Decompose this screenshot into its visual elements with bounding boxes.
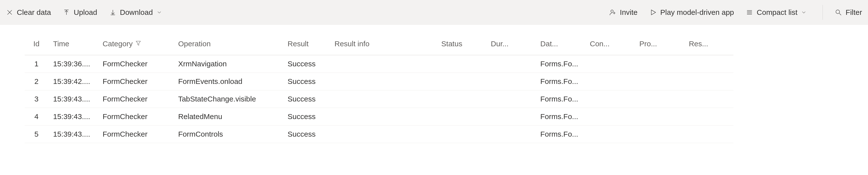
invite-label: Invite [620, 8, 638, 17]
cell [330, 125, 436, 143]
cell [634, 90, 684, 108]
list-icon [746, 9, 753, 16]
table-row[interactable]: 415:39:43....FormCheckerRelatedMenuSucce… [25, 108, 734, 125]
cell: 1 [25, 55, 48, 73]
clear-data-label: Clear data [17, 8, 51, 17]
cell [634, 55, 684, 73]
col-category-label: Category [102, 40, 133, 48]
upload-button[interactable]: Upload [63, 8, 97, 17]
cell [330, 73, 436, 90]
cell [486, 90, 535, 108]
col-result-label: Result [288, 40, 309, 48]
col-data[interactable]: Dat... [535, 40, 585, 55]
col-id-label: Id [33, 40, 39, 48]
cell: TabStateChange.visible [173, 90, 282, 108]
cell [486, 55, 535, 73]
cell: Forms.Fo... [535, 108, 585, 125]
cell [486, 73, 535, 90]
cell: 4 [25, 108, 48, 125]
col-context[interactable]: Con... [585, 40, 634, 55]
play-icon [649, 9, 657, 16]
cell: Success [283, 108, 330, 125]
cell [330, 55, 436, 73]
cell: 15:39:43.... [48, 125, 97, 143]
invite-icon [609, 9, 616, 16]
col-status[interactable]: Status [436, 40, 486, 55]
cell: 15:39:43.... [48, 108, 97, 125]
cell [684, 108, 734, 125]
col-result-info[interactable]: Result info [330, 40, 436, 55]
cell: FormChecker [97, 73, 173, 90]
upload-icon [63, 9, 70, 16]
col-resource-label: Res... [689, 40, 708, 48]
col-result[interactable]: Result [283, 40, 330, 55]
cell: 5 [25, 125, 48, 143]
cell [684, 125, 734, 143]
cell [585, 55, 634, 73]
svg-marker-16 [136, 41, 140, 45]
col-operation-label: Operation [178, 40, 211, 48]
cell [634, 108, 684, 125]
cell [684, 73, 734, 90]
cell [436, 90, 486, 108]
cell: FormChecker [97, 108, 173, 125]
table-row[interactable]: 115:39:36....FormCheckerXrmNavigationSuc… [25, 55, 734, 73]
cell [684, 55, 734, 73]
invite-button[interactable]: Invite [609, 8, 638, 17]
toolbar-left: Clear data Upload Download [6, 8, 162, 17]
play-button[interactable]: Play model-driven app [649, 8, 734, 17]
table-row[interactable]: 515:39:43....FormCheckerFormControlsSucc… [25, 125, 734, 143]
cell: Forms.Fo... [535, 125, 585, 143]
col-category[interactable]: Category [97, 40, 173, 55]
col-operation[interactable]: Operation [173, 40, 282, 55]
cell: Forms.Fo... [535, 55, 585, 73]
download-label: Download [120, 8, 153, 17]
download-button[interactable]: Download [109, 8, 162, 17]
play-label: Play model-driven app [660, 8, 734, 17]
separator [823, 5, 823, 20]
cell: FormChecker [97, 90, 173, 108]
cell [585, 108, 634, 125]
download-icon [109, 9, 117, 16]
cell: Success [283, 73, 330, 90]
col-result-info-label: Result info [334, 40, 369, 48]
cell: 3 [25, 90, 48, 108]
cell: Success [283, 90, 330, 108]
table-wrap: Id Time Category Operation Result Result… [25, 25, 734, 143]
col-time[interactable]: Time [48, 40, 97, 55]
svg-line-15 [839, 13, 841, 15]
cell [436, 125, 486, 143]
col-duration[interactable]: Dur... [486, 40, 535, 55]
cell [634, 73, 684, 90]
col-resource[interactable]: Res... [684, 40, 734, 55]
clear-data-button[interactable]: Clear data [6, 8, 51, 17]
col-data-label: Dat... [540, 40, 558, 48]
cell [330, 108, 436, 125]
compact-list-button[interactable]: Compact list [746, 8, 807, 17]
chevron-down-icon [156, 9, 162, 15]
cell [634, 125, 684, 143]
cell: Success [283, 55, 330, 73]
cell: FormControls [173, 125, 282, 143]
table-header-row: Id Time Category Operation Result Result… [25, 40, 734, 55]
toolbar: Clear data Upload Download [0, 0, 868, 25]
app-root: Clear data Upload Download [0, 0, 868, 175]
toolbar-right: Invite Play model-driven app Compact lis… [609, 5, 862, 20]
cell: Success [283, 125, 330, 143]
table-row[interactable]: 215:39:42....FormCheckerFormEvents.onloa… [25, 73, 734, 90]
cell: RelatedMenu [173, 108, 282, 125]
col-process[interactable]: Pro... [634, 40, 684, 55]
svg-point-14 [836, 10, 840, 14]
compact-list-label: Compact list [756, 8, 797, 17]
filter-funnel-icon [135, 40, 142, 48]
cell: 2 [25, 73, 48, 90]
cell: XrmNavigation [173, 55, 282, 73]
cell: FormEvents.onload [173, 73, 282, 90]
table-row[interactable]: 315:39:43....FormCheckerTabStateChange.v… [25, 90, 734, 108]
chevron-down-icon [801, 9, 807, 15]
cell [585, 125, 634, 143]
filter-button[interactable]: Filter [835, 8, 862, 17]
cell [486, 125, 535, 143]
cell [585, 90, 634, 108]
col-id[interactable]: Id [25, 40, 48, 55]
